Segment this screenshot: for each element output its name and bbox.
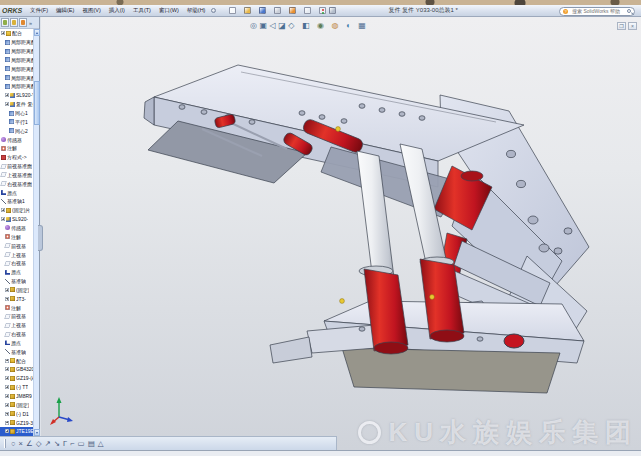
tree-item[interactable]: 同心2: [0, 126, 33, 135]
tree-item[interactable]: 方程式->: [0, 153, 33, 162]
select-button[interactable]: [303, 7, 317, 14]
print-button[interactable]: [273, 7, 287, 14]
search-icon[interactable]: [627, 9, 632, 14]
featuremanager-tab[interactable]: [1, 18, 9, 27]
tree-item[interactable]: 注解: [0, 303, 33, 312]
tree-item[interactable]: 局部距离配: [0, 64, 33, 73]
zoom-to-fit-button[interactable]: ◎: [250, 21, 257, 30]
tree-item[interactable]: 上视基: [0, 250, 33, 259]
tree-item[interactable]: 上视基: [0, 321, 33, 330]
menu-item-1[interactable]: 编辑(E): [52, 6, 78, 15]
tree-item[interactable]: 右视基: [0, 330, 33, 339]
corner-right-tool-button[interactable]: ⌐: [70, 438, 74, 450]
tree-item[interactable]: 原点: [0, 188, 33, 197]
tree-item[interactable]: 同心1: [0, 109, 33, 118]
expand-icon[interactable]: [5, 429, 9, 433]
tree-item[interactable]: 基准轴: [0, 277, 33, 286]
tree-item[interactable]: 局部距离配: [0, 73, 33, 82]
tree-item[interactable]: 基准轴: [0, 347, 33, 356]
tree-item[interactable]: 局部距离配: [0, 38, 33, 47]
tree-item[interactable]: (-) D1: [0, 409, 33, 418]
triangle-tool-button[interactable]: △: [98, 438, 104, 450]
point-tool-button[interactable]: ◇: [36, 438, 42, 450]
model-hydraulic-support[interactable]: [144, 65, 589, 393]
tree-item[interactable]: (固定): [0, 400, 33, 409]
panel-tabs-overflow[interactable]: »: [29, 20, 32, 26]
tree-item[interactable]: 配合: [0, 29, 33, 38]
tree-item[interactable]: 复件 复件: [0, 100, 33, 109]
menu-item-2[interactable]: 视图(V): [78, 6, 104, 15]
expand-icon[interactable]: [1, 208, 5, 212]
tree-item[interactable]: (固定): [0, 285, 33, 294]
tree-item[interactable]: 基准轴1: [0, 197, 33, 206]
tree-item[interactable]: 局部距离配: [0, 82, 33, 91]
expand-icon[interactable]: [5, 403, 9, 407]
options-button[interactable]: [328, 7, 342, 14]
arrow-up-tool-button[interactable]: ↗: [44, 438, 50, 450]
section-view-button[interactable]: ◪: [278, 21, 286, 30]
toolbar-grip-handle[interactable]: [4, 439, 6, 448]
angle-tool-button[interactable]: ∠: [26, 438, 33, 450]
propertymanager-tab[interactable]: [10, 18, 18, 27]
undo-button[interactable]: [288, 7, 302, 14]
expand-icon[interactable]: [5, 367, 9, 371]
expand-icon[interactable]: [5, 385, 9, 389]
tree-item[interactable]: 注解: [0, 144, 33, 153]
rebuild-button[interactable]: [318, 7, 327, 14]
expand-icon[interactable]: [5, 394, 9, 398]
menu-pin-icon[interactable]: [211, 8, 216, 13]
tree-item[interactable]: (固定)片: [0, 206, 33, 215]
panel-splitter-handle[interactable]: [38, 225, 43, 251]
tree-item[interactable]: 前视基准面: [0, 162, 33, 171]
graphics-viewport[interactable]: ◎▣◁◪◇◧◉◍◐▦ ❐× KU水族娱乐集团: [41, 17, 641, 450]
tree-item[interactable]: 平行1: [0, 117, 33, 126]
menu-item-5[interactable]: 窗口(W): [155, 6, 183, 15]
tree-item[interactable]: 配合: [0, 356, 33, 365]
tree-item[interactable]: JT3-: [0, 294, 33, 303]
tree-item[interactable]: (-) TT: [0, 383, 33, 392]
expand-icon[interactable]: [5, 102, 9, 106]
scrollbar-thumb[interactable]: [34, 81, 40, 125]
menu-item-3[interactable]: 插入(I): [105, 6, 129, 15]
zoom-to-area-button[interactable]: ▣: [259, 21, 267, 30]
configurationmanager-tab[interactable]: [19, 18, 27, 27]
expand-icon[interactable]: [5, 288, 9, 292]
tree-item[interactable]: JM8R9: [0, 392, 33, 401]
tree-item[interactable]: 传感器: [0, 224, 33, 233]
expand-icon[interactable]: [5, 412, 9, 416]
expand-icon[interactable]: [1, 31, 5, 35]
tree-item[interactable]: 局部距离配: [0, 56, 33, 65]
tree-item[interactable]: 右视基准面: [0, 179, 33, 188]
menu-item-6[interactable]: 帮助(H): [183, 6, 210, 15]
rectangle-tool-button[interactable]: ▭: [78, 438, 85, 450]
apply-scene-button[interactable]: ◐: [346, 21, 356, 30]
expand-icon[interactable]: [5, 421, 9, 425]
expand-icon[interactable]: [1, 217, 5, 221]
expand-icon[interactable]: [5, 359, 9, 363]
tree-item[interactable]: 右视基: [0, 259, 33, 268]
expand-icon[interactable]: [5, 93, 9, 97]
scroll-up-icon[interactable]: [34, 29, 40, 36]
tree-item[interactable]: 上视基准面: [0, 171, 33, 180]
view-orientation-button[interactable]: ◇: [288, 21, 299, 30]
tree-item[interactable]: 前视基: [0, 241, 33, 250]
tree-item[interactable]: GB4320: [0, 365, 33, 374]
display-style-button[interactable]: ◧: [302, 21, 315, 30]
tree-item[interactable]: 传感器: [0, 135, 33, 144]
view-settings-button[interactable]: ▦: [358, 21, 371, 30]
hide-show-items-button[interactable]: ◉: [317, 21, 329, 30]
trim-tool-button[interactable]: ×: [19, 438, 23, 450]
tree-item[interactable]: 原点: [0, 268, 33, 277]
circle-tool-button[interactable]: ○: [11, 438, 16, 450]
model-canvas[interactable]: [41, 17, 641, 450]
search-input[interactable]: [570, 7, 625, 15]
tree-item[interactable]: 原点: [0, 339, 33, 348]
edit-appearance-button[interactable]: ◍: [331, 21, 343, 30]
new-document-button[interactable]: [228, 7, 242, 14]
doc-restore-button[interactable]: ❐: [617, 22, 626, 30]
arrow-down-tool-button[interactable]: ↘: [54, 438, 60, 450]
expand-icon[interactable]: [5, 297, 9, 301]
previous-view-button[interactable]: ◁: [270, 21, 276, 30]
open-button[interactable]: [243, 7, 257, 14]
scroll-down-icon[interactable]: [34, 429, 40, 436]
